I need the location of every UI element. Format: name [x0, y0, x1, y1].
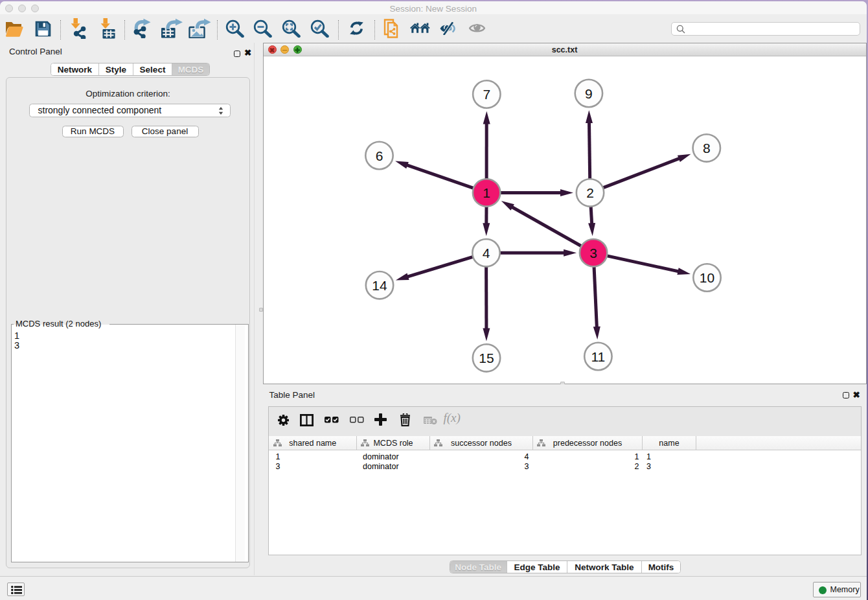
svg-text:9: 9 — [585, 86, 593, 101]
svg-text:10: 10 — [699, 270, 714, 285]
svg-text:3: 3 — [589, 246, 597, 260]
svg-text:1: 1 — [483, 185, 490, 200]
svg-text:11: 11 — [591, 349, 605, 364]
svg-text:6: 6 — [375, 148, 383, 163]
svg-text:2: 2 — [586, 185, 594, 200]
svg-text:7: 7 — [483, 87, 490, 102]
svg-text:14: 14 — [372, 278, 387, 293]
svg-text:15: 15 — [479, 351, 494, 365]
svg-text:4: 4 — [482, 246, 490, 260]
svg-text:8: 8 — [702, 141, 710, 156]
